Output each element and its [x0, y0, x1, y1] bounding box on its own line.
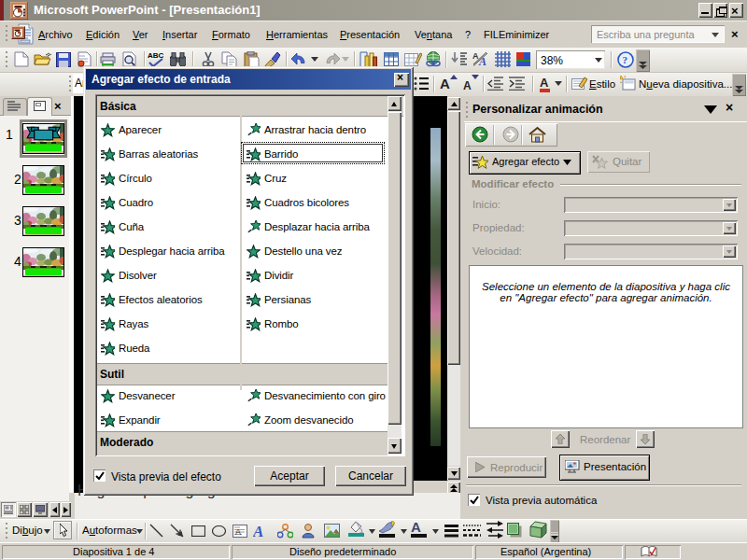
svg-text:A: A [253, 523, 263, 539]
svg-text:A: A [235, 527, 241, 537]
svg-text:A: A [472, 51, 479, 61]
svg-text:A: A [478, 55, 486, 67]
svg-text:?: ? [623, 54, 628, 65]
